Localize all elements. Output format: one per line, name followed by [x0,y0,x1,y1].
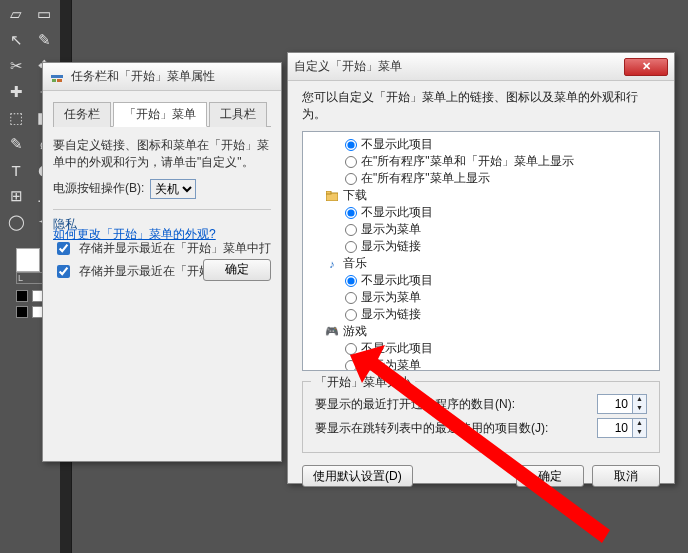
radio-option[interactable] [345,173,357,185]
option-label: 不显示此项目 [361,204,433,221]
radio-option[interactable] [345,309,357,321]
help-link[interactable]: 如何更改「开始」菜单的外观? [53,226,216,243]
spinner-input[interactable] [598,421,632,435]
tab-toolbars[interactable]: 工具栏 [209,102,267,127]
music-icon: ♪ [325,257,339,271]
spinner-input[interactable] [598,397,632,411]
dialog-titlebar[interactable]: 任务栏和「开始」菜单属性 [43,63,281,91]
svg-rect-1 [52,79,56,82]
spin-up-icon[interactable]: ▲ [632,395,646,404]
jumplist-items-label: 要显示在跳转列表中的最近使用的项目数(J): [315,420,548,437]
option-label: 显示为菜单 [361,357,421,371]
folder-icon [325,189,339,203]
option-label: 显示为菜单 [361,289,421,306]
options-tree[interactable]: 不显示此项目 在"所有程序"菜单和「开始」菜单上显示 在"所有程序"菜单上显示 … [302,131,660,371]
tool-icon[interactable]: ▭ [33,4,55,24]
ok-button[interactable]: 确定 [203,259,271,281]
tool-icon[interactable]: ▱ [5,4,27,24]
tab-start-menu[interactable]: 「开始」菜单 [113,102,207,127]
group-music: 音乐 [343,255,367,272]
radio-option[interactable] [345,241,357,253]
radio-option[interactable] [345,224,357,236]
tool-icon[interactable]: ✎ [5,134,27,154]
option-label: 不显示此项目 [361,340,433,357]
foreground-swatch[interactable] [16,248,40,272]
spin-down-icon[interactable]: ▼ [632,404,646,413]
swatch-mini[interactable] [16,306,28,318]
tool-icon[interactable]: ✂ [5,56,27,76]
ok-button[interactable]: 确定 [516,465,584,487]
power-action-label: 电源按钮操作(B): [53,180,144,197]
radio-option[interactable] [345,207,357,219]
option-label: 在"所有程序"菜单上显示 [361,170,490,187]
swatch-black[interactable] [16,290,28,302]
tool-icon[interactable]: ✎ [33,30,55,50]
tab-taskbar[interactable]: 任务栏 [53,102,111,127]
group-legend: 「开始」菜单大小 [311,374,415,391]
store-recent-start-checkbox[interactable] [57,242,70,255]
games-icon: 🎮 [325,325,339,339]
tool-icon[interactable]: ◯ [5,212,27,232]
tool-icon[interactable]: ✚ [5,82,27,102]
option-label: 显示为链接 [361,238,421,255]
radio-option[interactable] [345,275,357,287]
option-label: 不显示此项目 [361,272,433,289]
radio-option[interactable] [345,360,357,372]
dialog-title: 任务栏和「开始」菜单属性 [71,68,275,85]
customize-start-menu-dialog: 自定义「开始」菜单 ✕ 您可以自定义「开始」菜单上的链接、图标以及菜单的外观和行… [287,52,675,484]
jumplist-items-spinner[interactable]: ▲▼ [597,418,647,438]
description-text: 要自定义链接、图标和菜单在「开始」菜单中的外观和行为，请单击"自定义"。 [53,137,271,171]
option-label: 不显示此项目 [361,136,433,153]
radio-option[interactable] [345,292,357,304]
start-menu-size-group: 「开始」菜单大小 要显示的最近打开过的程序的数目(N): ▲▼ 要显示在跳转列表… [302,381,660,453]
store-recent-taskbar-checkbox[interactable] [57,265,70,278]
use-defaults-button[interactable]: 使用默认设置(D) [302,465,413,487]
tool-icon[interactable]: ↖ [5,30,27,50]
cancel-button[interactable]: 取消 [592,465,660,487]
dialog-titlebar[interactable]: 自定义「开始」菜单 ✕ [288,53,674,81]
group-games: 游戏 [343,323,367,340]
group-downloads: 下载 [343,187,367,204]
option-label: 在"所有程序"菜单和「开始」菜单上显示 [361,153,574,170]
spin-down-icon[interactable]: ▼ [632,428,646,437]
close-button[interactable]: ✕ [624,58,668,76]
taskbar-properties-dialog: 任务栏和「开始」菜单属性 任务栏 「开始」菜单 工具栏 要自定义链接、图标和菜单… [42,62,282,462]
tool-icon[interactable]: ⬚ [5,108,27,128]
spin-up-icon[interactable]: ▲ [632,419,646,428]
svg-rect-0 [51,75,63,78]
radio-option[interactable] [345,156,357,168]
swatch-label: L [16,272,44,284]
option-label: 显示为菜单 [361,221,421,238]
description-text: 您可以自定义「开始」菜单上的链接、图标以及菜单的外观和行为。 [302,89,660,123]
radio-option[interactable] [345,343,357,355]
window-icon [49,69,65,85]
dialog-title: 自定义「开始」菜单 [294,58,624,75]
svg-rect-4 [326,191,331,194]
radio-option[interactable] [345,139,357,151]
power-action-select[interactable]: 关机 [150,179,196,199]
svg-rect-2 [57,79,62,82]
option-label: 显示为链接 [361,306,421,323]
tool-icon[interactable]: ⊞ [5,186,27,206]
recent-programs-spinner[interactable]: ▲▼ [597,394,647,414]
tab-strip: 任务栏 「开始」菜单 工具栏 [53,101,271,127]
recent-programs-label: 要显示的最近打开过的程序的数目(N): [315,396,515,413]
tool-icon[interactable]: T [5,160,27,180]
